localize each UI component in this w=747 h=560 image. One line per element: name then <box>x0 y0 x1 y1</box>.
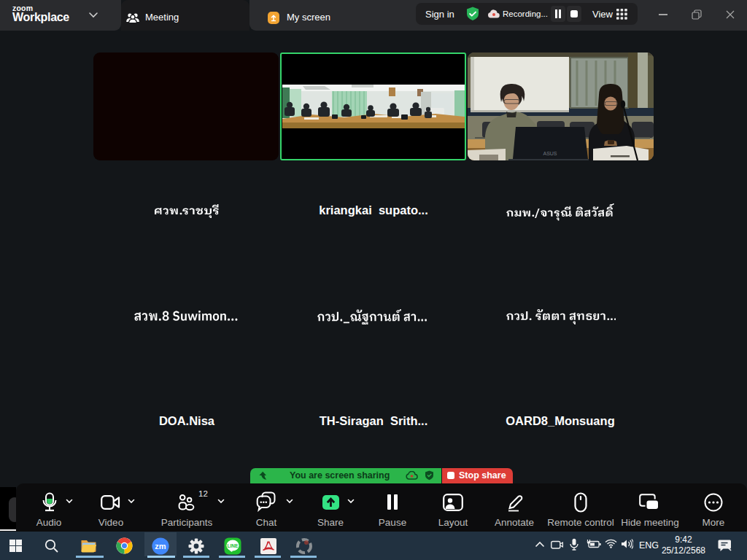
svg-text:LINE: LINE <box>228 543 239 548</box>
svg-text:zm: zm <box>155 542 166 551</box>
svg-text:ASUS: ASUS <box>543 151 557 156</box>
